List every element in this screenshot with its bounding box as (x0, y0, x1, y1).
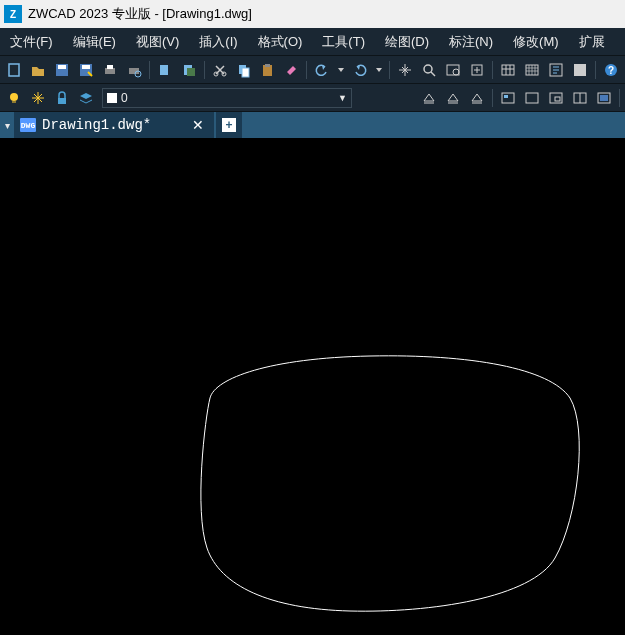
layer-current-name: 0 (121, 91, 128, 105)
layer-bulb-icon[interactable] (3, 87, 25, 109)
document-tab-filename: Drawing1.dwg* (42, 117, 151, 133)
menu-annotate[interactable]: 标注(N) (439, 28, 503, 55)
menu-edit[interactable]: 编辑(E) (63, 28, 126, 55)
print-preview-icon[interactable] (123, 59, 145, 81)
viewport-4-icon[interactable] (569, 87, 591, 109)
undo-icon[interactable] (311, 59, 333, 81)
layer-state-1-icon[interactable] (418, 87, 440, 109)
svg-text:?: ? (608, 65, 614, 76)
svg-rect-34 (555, 97, 560, 101)
titlebar: Z ZWCAD 2023 专业版 - [Drawing1.dwg] (0, 0, 625, 28)
close-tab-icon[interactable]: ✕ (188, 117, 208, 133)
svg-rect-15 (242, 68, 249, 77)
copy-format-icon[interactable] (154, 59, 176, 81)
layer-freeze-icon[interactable] (27, 87, 49, 109)
svg-point-20 (453, 69, 459, 75)
save-icon[interactable] (51, 59, 73, 81)
menubar: 文件(F) 编辑(E) 视图(V) 插入(I) 格式(O) 工具(T) 绘图(D… (0, 28, 625, 56)
svg-rect-32 (526, 93, 538, 103)
layer-manager-icon[interactable] (75, 87, 97, 109)
svg-rect-9 (160, 65, 168, 75)
document-tabbar: ▾ DWG Drawing1.dwg* ✕ + (0, 112, 625, 138)
svg-rect-25 (574, 64, 586, 76)
zoom-window-icon[interactable] (442, 59, 464, 81)
menu-file[interactable]: 文件(F) (0, 28, 63, 55)
toolbar-layers: 0 ▼ (0, 84, 625, 112)
layer-color-swatch (107, 93, 117, 103)
menu-extend[interactable]: 扩展 (569, 28, 615, 55)
menu-draw[interactable]: 绘图(D) (375, 28, 439, 55)
redo-icon[interactable] (349, 59, 371, 81)
menu-modify[interactable]: 修改(M) (503, 28, 569, 55)
viewport-1-icon[interactable] (497, 87, 519, 109)
svg-rect-29 (58, 98, 66, 104)
menu-tool[interactable]: 工具(T) (312, 28, 375, 55)
tab-list-handle-icon[interactable]: ▾ (0, 112, 14, 138)
separator (492, 89, 493, 107)
menu-insert[interactable]: 插入(I) (189, 28, 247, 55)
save-as-icon[interactable] (75, 59, 97, 81)
viewport-2-icon[interactable] (521, 87, 543, 109)
paste-icon[interactable] (257, 59, 279, 81)
table-icon[interactable] (497, 59, 519, 81)
properties-icon[interactable] (545, 59, 567, 81)
copy-icon[interactable] (233, 59, 255, 81)
zoom-extents-icon[interactable] (466, 59, 488, 81)
separator (389, 61, 390, 79)
document-tab-active[interactable]: DWG Drawing1.dwg* ✕ (14, 112, 214, 138)
menu-view[interactable]: 视图(V) (126, 28, 189, 55)
help-icon[interactable]: ? (600, 59, 622, 81)
svg-point-18 (424, 65, 432, 73)
separator (595, 61, 596, 79)
svg-rect-22 (502, 65, 514, 75)
grid-icon[interactable] (521, 59, 543, 81)
erase-icon[interactable] (280, 59, 302, 81)
app-icon: Z (4, 5, 22, 23)
print-icon[interactable] (99, 59, 121, 81)
window-title: ZWCAD 2023 专业版 - [Drawing1.dwg] (28, 5, 252, 23)
dropdown-icon: ▼ (338, 93, 347, 103)
svg-point-28 (10, 93, 18, 101)
viewport-5-icon[interactable] (593, 87, 615, 109)
design-center-icon[interactable] (569, 59, 591, 81)
svg-rect-37 (600, 95, 608, 101)
zoom-icon[interactable] (418, 59, 440, 81)
separator (492, 61, 493, 79)
pan-icon[interactable] (394, 59, 416, 81)
separator (149, 61, 150, 79)
svg-rect-6 (107, 65, 113, 69)
match-props-icon[interactable] (178, 59, 200, 81)
separator (306, 61, 307, 79)
layer-lock-icon[interactable] (51, 87, 73, 109)
toolbar-main: ? (0, 56, 625, 84)
new-document-tab[interactable]: + (216, 112, 242, 138)
svg-rect-31 (504, 95, 508, 98)
drawing-canvas[interactable] (0, 138, 625, 635)
layer-state-2-icon[interactable] (442, 87, 464, 109)
plus-icon: + (222, 118, 236, 132)
svg-rect-4 (82, 65, 90, 69)
menu-format[interactable]: 格式(O) (248, 28, 313, 55)
canvas-content (0, 138, 625, 635)
open-file-icon[interactable] (27, 59, 49, 81)
separator (619, 89, 620, 107)
svg-rect-2 (58, 65, 66, 69)
undo-dropdown-icon[interactable] (335, 59, 347, 81)
viewport-3-icon[interactable] (545, 87, 567, 109)
layer-state-3-icon[interactable] (466, 87, 488, 109)
svg-rect-11 (187, 68, 195, 76)
svg-rect-17 (265, 64, 270, 67)
svg-rect-0 (9, 64, 19, 76)
dwg-file-icon: DWG (20, 118, 36, 132)
separator (204, 61, 205, 79)
redo-dropdown-icon[interactable] (373, 59, 385, 81)
layer-selector[interactable]: 0 ▼ (102, 88, 352, 108)
cut-icon[interactable] (209, 59, 231, 81)
new-file-icon[interactable] (3, 59, 25, 81)
